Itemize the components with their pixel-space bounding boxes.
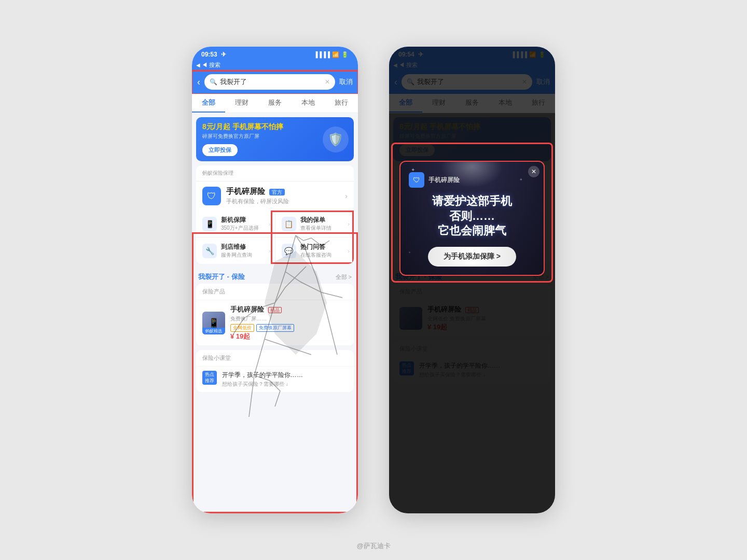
section-header-left: 我裂开了 - 保险 全部 > [192,268,358,284]
modal-logo: 🛡 [409,172,424,188]
product-price-0: ¥ 19起 [230,332,348,341]
tab-all-left[interactable]: 全部 [192,94,225,113]
modal-cta-button[interactable]: 为手机添加保障 > [428,247,516,267]
tab-licai-left[interactable]: 理财 [225,94,258,113]
back-bar-left: ◀ ◀ 搜索 [192,60,358,71]
search-row-left: ‹ 🔍 我裂开了 ✕ 取消 [192,71,358,94]
left-phone: 09:53 ✈ ▐▐▐▐ 📶 🔋 ◀ ◀ 搜索 ‹ 🔍 我裂开了 ✕ 取消 [192,47,358,513]
course-section-left: 保险小课堂 热点推荐 开学季，孩子的学平险你…… 想给孩子买保险？需要哪些 ↓ [196,350,354,392]
banner-left[interactable]: 8元/月起 手机屏幕不怕摔 碎屏可免费换官方原厂屏 立即投保 🛡️ [196,117,354,161]
grid-arrow-0: › [269,221,271,227]
grid-text-3: 热门问答 在线客服咨询 [300,243,331,259]
card-desc-left: 手机有保险，碎屏没风险 [226,198,289,205]
grid-arrow-2: › [269,248,271,254]
signal-icon: ▐▐▐▐ [314,51,330,58]
sparkle-1: ✦ [411,167,415,173]
grid-text-2: 到店维修 服务网点查询 [221,243,252,259]
tabs-left: 全部 理财 服务 本地 旅行 [192,94,358,113]
grid-item-3[interactable]: 💬 热门问答 在线客服咨询 › [275,237,354,264]
product-tag-0a: 全网低价 [230,324,254,332]
tab-service-left[interactable]: 服务 [258,94,292,113]
course-title-left: 开学季，孩子的学平险你…… [222,371,303,380]
grid-icon-2: 🔧 [202,244,217,258]
cancel-button-left[interactable]: 取消 [339,77,353,87]
product-name-row-0: 手机碎屏险 精品 [230,304,348,314]
card-header-left: 蚂蚁保险保理 [196,165,354,181]
card-arrow-left: › [345,192,348,200]
card-label-left: 蚂蚁保险保理 [202,170,233,177]
product-tags-0: 全网低价 免费换原厂屏幕 [230,324,348,332]
tab-travel-left[interactable]: 旅行 [325,94,358,113]
product-section-left: 保险产品 📱 蚂蚁精选 手机碎屏险 精品 免费换厂屏…… 全网低价 [196,284,354,346]
insurance-card-left: 蚂蚁保险保理 🛡 手机碎屏险 官方 手机有保险，碎屏没风险 › [196,165,354,264]
status-bar-left: 09:53 ✈ ▐▐▐▐ 📶 🔋 [192,47,358,60]
banner-cta-left[interactable]: 立即投保 [202,144,238,156]
modal-close-button[interactable]: ✕ [528,166,540,177]
product-item-0[interactable]: 📱 蚂蚁精选 手机碎屏险 精品 免费换厂屏…… 全网低价 免费换原厂屏幕 [196,300,354,346]
product-desc-0: 免费换厂屏…… [230,315,348,323]
hot-badge-left: 热点推荐 [202,371,217,385]
clear-icon-left[interactable]: ✕ [325,78,330,86]
sparkle-2: ✦ [519,177,523,182]
modal-cta-text: 为手机添加保障 > [444,252,501,261]
sparkle-3: ✦ [408,250,411,254]
card-main-left: 🛡 手机碎屏险 官方 手机有保险，碎屏没风险 › [196,181,354,211]
card-logo-left: 🛡 [202,187,221,205]
product-badge-0: 蚂蚁精选 [202,328,225,334]
tab-local-left[interactable]: 本地 [292,94,325,113]
modal-card-header: 🛡 手机碎屏险 ✕ [409,172,535,188]
course-desc-left: 想给孩子买保险？需要哪些 ↓ [222,381,303,388]
grid-text-0: 新机保障 350万+产品选择 [221,216,259,232]
banner-prefix: 8元/月起 [202,122,230,131]
grid-arrow-3: › [348,248,350,254]
grid-arrow-1: › [348,221,350,227]
modal-title: 请爱护这部手机否则……它也会闹脾气 [409,194,535,239]
card-name-row-left: 手机碎屏险 官方 [226,187,289,197]
time-left: 09:53 [201,51,217,58]
dark-overlay-right: 🛡 手机碎屏险 ✕ 请爱护这部手机否则……它也会闹脾气 为手机添加保障 > ✦ … [389,47,555,513]
section-more-left[interactable]: 全部 > [336,273,352,281]
wifi-icon: 📶 [332,51,339,58]
content-left: 8元/月起 手机屏幕不怕摔 碎屏可免费换官方原厂屏 立即投保 🛡️ 蚂蚁保险保理… [192,113,358,513]
grid-icon-0: 📱 [202,217,217,231]
watermark: @萨瓦迪卡 [356,541,390,551]
product-info-0: 手机碎屏险 精品 免费换厂屏…… 全网低价 免费换原厂屏幕 ¥ 19起 [230,304,348,341]
back-arrow-left: ◀ [196,62,200,68]
search-box-left[interactable]: 🔍 我裂开了 ✕ [204,74,335,90]
card-grid-left: 📱 新机保障 350万+产品选择 › 📋 我的保单 查看保单详情 [196,211,354,264]
grid-icon-1: 📋 [282,217,296,231]
course-header-left: 保险小课堂 [196,350,354,367]
grid-item-2[interactable]: 🔧 到店维修 服务网点查询 › [196,237,275,264]
battery-icon: 🔋 [341,51,349,58]
card-info-left: 手机碎屏险 官方 手机有保险，碎屏没风险 [226,187,289,205]
nav-arrow-left: ✈ [221,51,226,58]
search-text-left: 我裂开了 [220,77,322,87]
banner-main: 手机屏幕不怕摔 [232,122,283,131]
product-tag-0b: 免费换原厂屏幕 [256,324,294,332]
grid-item-0[interactable]: 📱 新机保障 350万+产品选择 › [196,211,275,237]
modal-card-info: 手机碎屏险 [428,176,460,185]
modal-card-right: 🛡 手机碎屏险 ✕ 请爱护这部手机否则……它也会闹脾气 为手机添加保障 > ✦ … [399,161,545,276]
banner-icon-left: 🛡️ [323,127,349,152]
course-text-left: 开学季，孩子的学平险你…… 想给孩子买保险？需要哪些 ↓ [222,371,303,388]
grid-icon-3: 💬 [282,244,296,258]
back-button-left[interactable]: ‹ [197,77,200,88]
grid-text-1: 我的保单 查看保单详情 [300,216,331,232]
search-icon-left: 🔍 [210,78,217,86]
product-thumb-0: 📱 蚂蚁精选 [202,312,225,334]
section-title-left: 我裂开了 - 保险 [198,272,245,282]
nav-label-left: ◀ 搜索 [202,61,220,69]
course-item-left[interactable]: 热点推荐 开学季，孩子的学平险你…… 想给孩子买保险？需要哪些 ↓ [196,367,354,392]
right-phone: 09:54 ✈ ▐▐▐▐ 📶 🔋 ◀ ◀ 搜索 ‹ 🔍 我裂开了 ✕ 取消 [389,47,555,513]
grid-item-1[interactable]: 📋 我的保单 查看保单详情 › [275,211,354,237]
product-section-header-left: 保险产品 [196,284,354,300]
